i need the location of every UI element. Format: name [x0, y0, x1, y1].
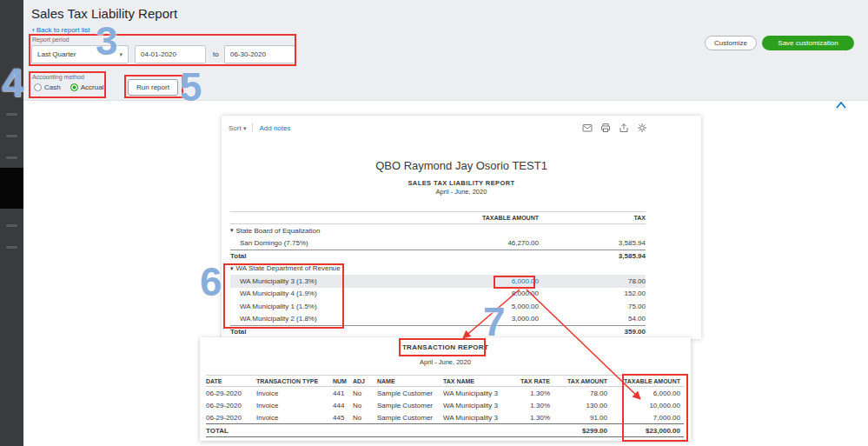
- toolbar-divider: [252, 123, 253, 132]
- transaction-cell: No: [353, 389, 377, 397]
- row-label: WA Municipality 2 (1.8%): [230, 315, 413, 323]
- company-name: QBO Raymond Jay Osorio TEST1: [222, 159, 701, 172]
- accounting-method-radios: Cash Accrual: [34, 83, 103, 91]
- row-label: San Domingo (7.75%): [230, 239, 413, 247]
- row-label-text: WA Municipality 2 (1.8%): [230, 315, 317, 323]
- row-label-text: Total: [230, 328, 247, 336]
- taxable-amount-cell[interactable]: 6,000.00: [413, 277, 539, 285]
- date-to-input[interactable]: [224, 45, 295, 63]
- add-notes-link[interactable]: Add notes: [259, 124, 290, 132]
- transaction-cell: Sample Customer: [377, 414, 443, 422]
- collapse-panel-button[interactable]: [833, 98, 849, 112]
- col-tax-amount: TAX AMOUNT: [553, 378, 611, 384]
- date-from-input[interactable]: [135, 45, 206, 63]
- email-icon[interactable]: [582, 123, 593, 133]
- taxable-amount-cell: 3,000.00: [413, 315, 539, 323]
- radio-unselected-icon: [34, 83, 42, 91]
- report-row: WA Municipality 4 (1.9%)8,000.00152.00: [230, 288, 646, 301]
- transaction-cell: Sample Customer: [377, 389, 443, 397]
- transaction-cell: 1.30%: [516, 402, 553, 409]
- export-icon[interactable]: [619, 123, 629, 133]
- run-report-button[interactable]: Run report: [128, 79, 178, 96]
- report-row: WA Municipality 1 (1.5%)5,000.0075.00: [230, 300, 646, 313]
- row-label: WA Municipality 3 (1.3%): [230, 277, 413, 285]
- report-row: Total3,585.94: [230, 250, 646, 263]
- chevron-down-icon: ▾: [119, 51, 123, 58]
- save-customization-button[interactable]: Save customization: [762, 36, 854, 50]
- transaction-report-period: April - June, 2020: [200, 358, 691, 366]
- transaction-cell: Sample Customer: [377, 402, 443, 409]
- tax-column-header: TAX: [539, 215, 646, 221]
- sidebar-nav-icon[interactable]: [6, 113, 17, 116]
- report-title: SALES TAX LIABILITY REPORT: [222, 179, 701, 187]
- chevron-up-icon: [835, 101, 847, 110]
- col-tax-name: TAX NAME: [443, 378, 516, 384]
- row-label: Total: [230, 328, 413, 336]
- transaction-cell: 445: [333, 414, 353, 422]
- col-transaction-type: TRANSACTION TYPE: [256, 378, 333, 384]
- transaction-cell: WA Municipality 3: [443, 402, 516, 409]
- tax-amount-cell: 75.00: [539, 303, 646, 310]
- transaction-table-header: DATE TRANSACTION TYPE NUM ADJ NAME TAX N…: [206, 375, 684, 387]
- customize-button[interactable]: Customize: [705, 36, 757, 50]
- tax-amount-cell: 78.00: [539, 277, 646, 285]
- row-label-text: Total: [230, 252, 247, 260]
- app-root: Sales Tax Liability Report ‹Back to repo…: [0, 0, 868, 446]
- radio-selected-icon: [70, 83, 78, 91]
- transaction-cell: 10,000.00: [611, 402, 684, 409]
- sort-dropdown[interactable]: Sort ▾: [229, 124, 246, 132]
- summary-report-panel: Sort ▾ Add notes QBO Raymond Jay Osorio …: [222, 116, 701, 339]
- row-label-text: WA Municipality 3 (1.3%): [230, 277, 317, 285]
- sidebar-active-section: [0, 168, 23, 209]
- tax-amount-cell: 152.00: [539, 290, 646, 297]
- sidebar-nav-icon[interactable]: [6, 224, 17, 227]
- report-header-bar: Sales Tax Liability Report ‹Back to repo…: [23, 0, 868, 101]
- total-label: TOTAL: [206, 427, 256, 435]
- annotation-step-6: 6: [200, 262, 222, 302]
- report-period-value: Last Quarter: [37, 50, 76, 58]
- report-row: WA Municipality 3 (1.3%)6,000.0078.00: [230, 275, 646, 288]
- transaction-cell: 06-29-2020: [206, 389, 256, 397]
- total-tax-amount: $299.00: [553, 427, 611, 435]
- back-to-report-list-link[interactable]: ‹Back to report list: [32, 26, 89, 34]
- transaction-cell: 441: [333, 389, 353, 397]
- transaction-cell: Invoice: [256, 389, 333, 397]
- transaction-report-panel: TRANSACTION REPORT April - June, 2020 DA…: [200, 337, 691, 441]
- summary-table-header: TAXABLE AMOUNT TAX: [230, 211, 646, 224]
- accounting-method-label: Accounting method: [32, 74, 84, 80]
- sidebar-nav-icon[interactable]: [6, 156, 17, 159]
- cash-radio[interactable]: Cash: [34, 83, 61, 91]
- row-label: Total: [230, 252, 413, 260]
- transaction-cell: Invoice: [256, 414, 333, 422]
- transaction-cell: 1.30%: [516, 389, 553, 397]
- report-row[interactable]: ▾WA State Department of Revenue: [230, 263, 646, 276]
- report-period-text: April - June, 2020: [222, 188, 701, 196]
- sidebar-nav-icon[interactable]: [6, 246, 17, 249]
- col-date: DATE: [206, 378, 256, 384]
- transaction-cell: No: [353, 402, 377, 409]
- report-row: San Domingo (7.75%)46,270.003,585.94: [230, 237, 646, 250]
- print-icon[interactable]: [600, 123, 611, 133]
- tax-amount-cell: 359.00: [539, 328, 646, 336]
- transaction-table: DATE TRANSACTION TYPE NUM ADJ NAME TAX N…: [206, 375, 684, 437]
- accrual-radio[interactable]: Accrual: [70, 83, 104, 91]
- report-period-select[interactable]: Last Quarter ▾: [31, 45, 129, 63]
- summary-table: TAXABLE AMOUNT TAX ▾State Board of Equal…: [230, 211, 646, 338]
- gear-icon[interactable]: [637, 123, 647, 133]
- transaction-cell: 6,000.00: [611, 389, 684, 397]
- transaction-cell: 06-29-2020: [206, 414, 256, 422]
- collapse-caret-icon[interactable]: ▾: [230, 265, 234, 272]
- to-label: to: [213, 50, 219, 58]
- summary-rows: ▾State Board of EqualizationSan Domingo …: [230, 224, 646, 338]
- left-nav-sidebar[interactable]: [0, 0, 23, 446]
- sidebar-nav-icon[interactable]: [6, 135, 17, 137]
- taxable-amount-cell: 8,000.00: [413, 290, 539, 297]
- report-row[interactable]: ▾State Board of Equalization: [230, 224, 646, 237]
- report-row: WA Municipality 2 (1.8%)3,000.0054.00: [230, 313, 646, 326]
- transaction-row: 06-29-2020Invoice445NoSample CustomerWA …: [206, 411, 684, 423]
- transaction-total-row: TOTAL $299.00 $23,000.00: [206, 423, 684, 437]
- row-label: ▾State Board of Equalization: [230, 227, 413, 235]
- page-title: Sales Tax Liability Report: [31, 6, 177, 21]
- taxable-amount-cell: 5,000.00: [413, 303, 539, 310]
- collapse-caret-icon[interactable]: ▾: [230, 227, 234, 234]
